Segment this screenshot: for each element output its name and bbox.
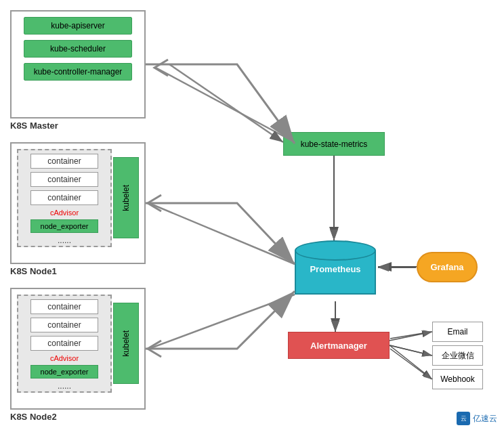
- node1-cadvisor-label: cAdvisor: [18, 209, 110, 217]
- svg-line-18: [149, 203, 295, 264]
- node2-container-1: container: [30, 299, 98, 314]
- kube-apiserver-box: kube-apiserver: [24, 17, 132, 35]
- diagram-container: kube-apiserver kube-scheduler kube-contr…: [0, 0, 504, 432]
- node1-inner: container container container cAdvisor n…: [17, 149, 112, 247]
- svg-line-19: [149, 295, 295, 349]
- kube-state-metrics-box: kube-state-metrics: [283, 132, 385, 156]
- k8s-node2-box: container container container cAdvisor n…: [10, 288, 146, 410]
- svg-line-16: [390, 349, 432, 379]
- watermark-icon: 云: [457, 412, 470, 425]
- svg-line-8: [390, 345, 432, 355]
- grafana-box: Grafana: [417, 252, 478, 282]
- node1-node-exporter: node_exporter: [30, 219, 98, 233]
- svg-line-15: [390, 345, 432, 355]
- email-box: Email: [432, 322, 483, 342]
- node2-kubelet-box: kubelet: [113, 303, 139, 384]
- kube-controller-manager-box: kube-controller-manager: [24, 63, 132, 81]
- node1-kubelet-label: kubelet: [121, 185, 131, 211]
- k8s-node2-label: K8S Node2: [10, 412, 57, 422]
- kube-scheduler-box: kube-scheduler: [24, 40, 132, 58]
- node1-dots: ......: [18, 236, 110, 245]
- k8s-master-label: K8S Master: [10, 121, 58, 131]
- node2-container-3: container: [30, 336, 98, 351]
- svg-line-20: [169, 64, 283, 142]
- weixin-box: 企业微信: [432, 345, 483, 366]
- svg-line-7: [390, 332, 432, 341]
- node2-cadvisor-label: cAdvisor: [18, 354, 110, 362]
- k8s-node1-box: container container container cAdvisor n…: [10, 142, 146, 264]
- svg-line-14: [390, 332, 432, 339]
- node2-kubelet-label: kubelet: [121, 330, 131, 357]
- node1-kubelet-box: kubelet: [113, 157, 139, 238]
- prometheus-container: Prometheus: [295, 240, 376, 301]
- node1-container-3: container: [30, 190, 98, 205]
- node1-container-1: container: [30, 154, 98, 169]
- svg-line-9: [390, 345, 432, 379]
- prometheus-label: Prometheus: [295, 264, 376, 274]
- svg-line-17: [156, 68, 295, 142]
- prometheus-top: [295, 240, 376, 261]
- prometheus-cylinder: Prometheus: [295, 240, 376, 301]
- k8s-master-box: kube-apiserver kube-scheduler kube-contr…: [10, 10, 146, 118]
- node2-container-2: container: [30, 318, 98, 332]
- node2-dots: ......: [18, 381, 110, 391]
- node1-container-2: container: [30, 172, 98, 187]
- watermark-text: 亿速云: [473, 413, 497, 425]
- watermark: 云 亿速云: [457, 412, 497, 425]
- node2-node-exporter: node_exporter: [30, 365, 98, 379]
- alertmanager-box: Alertmanager: [288, 332, 390, 359]
- node2-inner: container container container cAdvisor n…: [17, 295, 112, 393]
- k8s-node1-label: K8S Node1: [10, 266, 57, 276]
- webhook-box: Webhook: [432, 369, 483, 389]
